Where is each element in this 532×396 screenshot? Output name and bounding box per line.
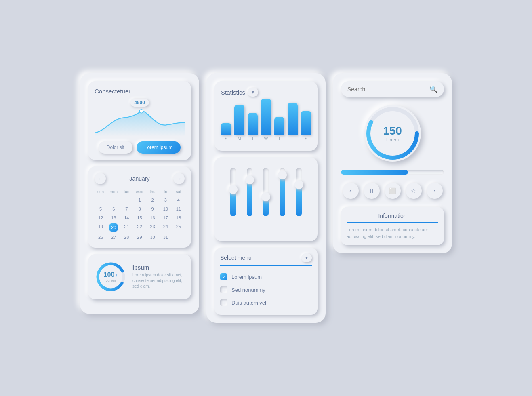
next-button[interactable]: › (427, 183, 443, 199)
cal-day[interactable]: 21 (120, 223, 132, 232)
slider-5-track[interactable] (296, 168, 302, 216)
search-input[interactable] (347, 86, 425, 93)
panel-1: Consectetuer 4500 Dolor sit (80, 73, 199, 314)
cal-header-tue: tue (120, 188, 132, 195)
calendar-grid: sun mon tue wed thu fri sat 1 2 3 4 5 6 … (95, 188, 185, 241)
cal-day[interactable] (120, 196, 132, 204)
cal-day[interactable]: 3 (160, 196, 172, 204)
stats-header: Statistics ▾ (221, 88, 311, 97)
cal-day[interactable]: 12 (95, 214, 107, 222)
cal-day[interactable]: 29 (133, 233, 145, 241)
stats-title: Statistics (221, 89, 245, 96)
cal-day[interactable]: 28 (120, 233, 132, 241)
slider-4-track[interactable] (280, 168, 285, 216)
cal-day[interactable]: 22 (133, 223, 145, 232)
cal-day[interactable]: 10 (160, 205, 172, 213)
dolor-sit-button[interactable]: Dolor sit (99, 141, 132, 154)
cal-day[interactable]: 26 (95, 233, 107, 241)
cal-header-sun: sun (95, 188, 107, 195)
menu-item-1-label: Lorem ipsum (231, 274, 262, 280)
slider-4-fill (280, 175, 285, 216)
cal-day[interactable]: 8 (133, 205, 145, 213)
calendar-next-button[interactable]: → (173, 173, 185, 184)
slider-3 (263, 168, 269, 224)
bar-col-t1: T (248, 113, 258, 141)
bar-label-t2: T (278, 137, 280, 141)
cal-day[interactable]: 1 (133, 196, 145, 204)
slider-3-thumb[interactable] (261, 192, 270, 201)
cal-day[interactable]: 6 (107, 205, 120, 213)
slider-1-thumb[interactable] (229, 185, 238, 194)
slider-2-thumb[interactable] (245, 175, 254, 184)
checkbox-1[interactable]: ✓ (220, 273, 227, 280)
slider-4 (280, 168, 285, 224)
chart-card: Consectetuer 4500 Dolor sit (88, 81, 191, 160)
statistics-card: Statistics ▾ S M T W (214, 81, 318, 151)
slider-1 (230, 168, 236, 224)
slider-4-thumb[interactable] (278, 171, 287, 179)
slider-1-track[interactable] (230, 168, 236, 216)
pause-button[interactable]: ⏸ (364, 183, 380, 199)
mini-info-title: Ipsum (132, 264, 185, 271)
cal-day[interactable]: 11 (172, 205, 185, 213)
cal-day[interactable]: 2 (147, 196, 159, 204)
checkbox-2[interactable] (220, 286, 227, 293)
cal-day[interactable]: 9 (147, 205, 159, 213)
mini-stats-card: 100 ↑ Lorem Ipsum Lorem ipsum dolor sit … (88, 254, 191, 299)
slider-5-thumb[interactable] (294, 180, 303, 189)
slider-3-track[interactable] (263, 168, 269, 216)
slider-5-fill (296, 185, 302, 216)
search-icon: 🔍 (429, 85, 437, 93)
big-gauge: 150 Lorem (364, 105, 421, 162)
slider-2-track[interactable] (247, 168, 252, 216)
select-menu-dropdown-button[interactable]: ▾ (301, 253, 312, 262)
cal-day[interactable]: 27 (107, 233, 120, 241)
panels-container: Consectetuer 4500 Dolor sit (80, 73, 452, 323)
search-bar[interactable]: 🔍 (341, 81, 444, 97)
cal-day[interactable]: 31 (160, 233, 172, 241)
cal-day[interactable]: 15 (133, 214, 145, 222)
cal-day[interactable]: 17 (160, 214, 172, 222)
cal-day[interactable]: 25 (172, 223, 185, 232)
bar-label-s2: S (305, 137, 307, 141)
menu-item-3[interactable]: Duis autem vel (220, 296, 312, 309)
menu-item-1[interactable]: ✓ Lorem ipsum (220, 270, 312, 283)
cal-day-today[interactable]: 20 (109, 223, 118, 232)
cal-day[interactable]: 19 (95, 223, 107, 232)
cal-day[interactable]: 5 (95, 205, 107, 213)
prev-button[interactable]: ‹ (343, 183, 359, 199)
stop-button[interactable]: ⬜ (385, 183, 401, 199)
chart-area: 4500 (95, 98, 185, 138)
up-arrow-icon: ↑ (115, 272, 118, 278)
bar-s2 (301, 111, 311, 135)
stats-dropdown-button[interactable]: ▾ (248, 88, 258, 97)
calendar-card: ← January → sun mon tue wed thu fri sat … (88, 166, 191, 248)
bar-col-t2: T (274, 117, 284, 141)
checkbox-3[interactable] (220, 299, 227, 306)
cal-header-mon: mon (107, 188, 120, 195)
lorem-ipsum-button[interactable]: Lorem ipsum (137, 141, 181, 154)
cal-day[interactable]: 16 (147, 214, 159, 222)
cal-day[interactable]: 30 (147, 233, 159, 241)
cal-day[interactable] (172, 233, 185, 241)
mini-gauge-value: 100 (104, 271, 115, 278)
star-button[interactable]: ☆ (406, 183, 422, 199)
cal-day[interactable]: 18 (172, 214, 185, 222)
bar-t1 (248, 113, 258, 135)
cal-day[interactable]: 7 (120, 205, 132, 213)
calendar-prev-button[interactable]: ← (95, 173, 106, 184)
cal-day[interactable] (95, 196, 107, 204)
media-controls: ‹ ⏸ ⬜ ☆ › (341, 183, 444, 199)
cal-day[interactable]: 23 (147, 223, 159, 232)
slider-2-fill (247, 180, 252, 216)
cal-day[interactable]: 13 (107, 214, 120, 222)
cal-day[interactable]: 4 (172, 196, 185, 204)
cal-day[interactable] (107, 196, 120, 204)
mini-info-text: Lorem ipsum dolor sit amet, consectetuer… (132, 272, 185, 289)
cal-day[interactable]: 24 (160, 223, 172, 232)
cal-day[interactable]: 14 (120, 214, 132, 222)
bar-chart: S M T W T (221, 102, 311, 143)
bar-m (234, 105, 244, 135)
menu-item-2[interactable]: Sed nonummy (220, 283, 312, 296)
bar-t2 (274, 117, 284, 135)
